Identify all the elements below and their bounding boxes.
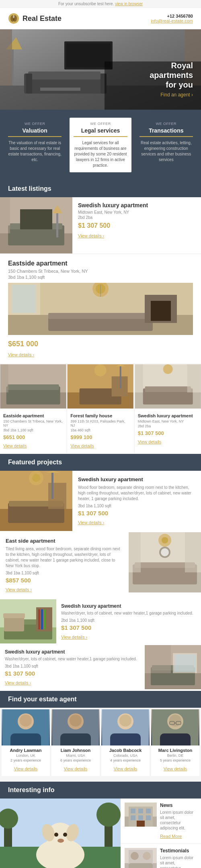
listing-eastside-image [8, 283, 193, 335]
agent-andry-photo [2, 709, 50, 745]
svg-rect-41 [8, 384, 59, 390]
featured-project4-name: Swedish luxury apartment [5, 649, 140, 655]
featured-project4-price: $1 307 500 [5, 670, 140, 677]
svg-rect-23 [20, 209, 52, 229]
agent-marc-experience: 5 years experience [151, 758, 199, 762]
logo-text: Real Estate [23, 14, 62, 23]
svg-rect-130 [138, 809, 143, 813]
featured-project3: Swedish luxury apartment Washer/dryer, l… [0, 599, 201, 644]
svg-point-52 [163, 364, 172, 374]
svg-rect-85 [3, 613, 25, 618]
agent-marc-details[interactable]: View details [164, 766, 187, 771]
svg-rect-72 [129, 532, 141, 572]
listing-eastside-details[interactable]: View details [8, 352, 34, 357]
listing-col-forest: Forest family house 399 11th St #203, Pa… [67, 409, 133, 453]
svg-rect-134 [146, 815, 151, 820]
svg-point-75 [161, 548, 169, 556]
svg-rect-135 [137, 821, 145, 827]
featured-project2-desc: Tiled living area, wood floor bedroom, s… [6, 546, 123, 569]
svg-rect-13 [66, 43, 111, 67]
listing-col-eastside-details[interactable]: View details [3, 443, 27, 448]
agent-andry-details[interactable]: View details [14, 766, 38, 771]
interesting-pet-image [0, 799, 121, 868]
featured-project3-name: Swedish luxury apartment [61, 603, 196, 609]
service-valuation-desc: The valuation of real estate is basic an… [8, 140, 62, 163]
featured-project4: Swedish luxury apartment Washer/dryer, l… [0, 645, 201, 690]
agents-title: Find your estate agent [8, 696, 193, 703]
svg-point-121 [57, 839, 64, 843]
svg-rect-42 [0, 364, 8, 392]
featured-section: Featured projects Swedish luxury apart [0, 454, 201, 690]
featured-project1-details[interactable]: View details [78, 520, 104, 525]
svg-rect-83 [44, 609, 46, 629]
svg-rect-55 [135, 364, 143, 392]
featured-project2-details[interactable]: View details [6, 587, 32, 592]
top-bar: For your unsubscribe test here. view in … [0, 0, 201, 8]
featured-project3-desc: Washer/dryer, lots of cabinet, new water… [61, 611, 196, 616]
agents-header: Find your estate agent [0, 691, 201, 708]
listing-col-swedish2-details[interactable]: View details [138, 439, 162, 444]
listing-col-swedish2-price: $1 307 500 [138, 430, 198, 436]
svg-rect-56 [187, 364, 201, 392]
listing-col-forest-details[interactable]: View details [70, 443, 94, 448]
listing-swedish-details[interactable]: View details [78, 233, 104, 238]
interesting-content: Does allowing pets in your rentals make … [0, 799, 201, 868]
featured-header: Featured projects [0, 454, 201, 471]
interesting-news-content: News Lorem ipsum dolor sit amet, consect… [160, 803, 197, 839]
featured-project2-image [129, 532, 201, 592]
listing-col-swedish2-loc: Midtown East, New York, NY [138, 419, 198, 423]
interesting-testimonials-content: Testimonials Lorem ipsum dolor sit amet,… [160, 848, 197, 868]
svg-rect-14 [12, 49, 14, 86]
svg-point-100 [70, 715, 82, 727]
service-legal: We offer Legal services Legal services f… [70, 118, 131, 172]
svg-point-119 [54, 833, 58, 837]
listing-swedish-price: $1 307 500 [78, 222, 195, 229]
interesting-news-readmore[interactable]: Read More [160, 834, 182, 839]
header-phone: +12 3456780 [151, 14, 193, 18]
featured-project2-name: East side apartment [6, 538, 123, 544]
agent-liam-experience: 6 years experience [51, 758, 100, 762]
svg-rect-33 [48, 313, 153, 319]
find-agent-link[interactable]: Find an agent [150, 92, 193, 98]
interesting-header: Interesting info [0, 782, 201, 799]
listing-col-forest-price: $999 100 [70, 434, 130, 440]
svg-rect-141 [129, 863, 153, 868]
header-email[interactable]: info@real-estate.com [151, 18, 193, 23]
topbar-text: For your unsubscribe test here. [58, 2, 115, 6]
featured-project4-desc: Washer/dryer, lots of cabinet, new water… [5, 656, 140, 662]
agent-jacob-location: Colorado, USA [101, 754, 150, 758]
featured-project3-details[interactable]: View details [61, 635, 87, 639]
listings-header: Latest listings [0, 180, 201, 197]
listing-eastside-beds: 3bd 1ba 1,100 sqft [8, 275, 193, 280]
featured-project3-beds: 2bd 1ba 1,100 sqft [61, 618, 196, 623]
agent-jacob-details[interactable]: View details [114, 766, 137, 771]
interesting-testimonials-image [125, 848, 157, 868]
interesting-testimonials: Testimonials Lorem ipsum dolor sit amet,… [121, 844, 201, 868]
svg-rect-103 [110, 733, 141, 745]
agent-andry-location: London, UK [2, 754, 50, 758]
svg-rect-63 [48, 483, 66, 509]
logo: Real Estate [8, 13, 62, 24]
listings-title: Latest listings [8, 185, 193, 192]
agent-liam-photo [51, 709, 100, 745]
svg-rect-99 [60, 733, 91, 745]
listing-col-eastside-name: Eastside apartment [3, 413, 63, 418]
featured-title: Featured projects [8, 459, 193, 466]
featured-project4-details[interactable]: View details [5, 680, 31, 685]
svg-rect-132 [131, 815, 135, 820]
interesting-title: Interesting info [8, 786, 193, 794]
agent-liam-details[interactable]: View details [64, 766, 88, 771]
three-img-1 [0, 364, 66, 408]
listing-img-svg [0, 197, 72, 253]
agent-andry-experience: 2 years experience [2, 758, 50, 762]
agents-section: Find your estate agent Andry Lawman Lond… [0, 691, 201, 782]
interesting-testimonials-desc: Lorem ipsum dolor sit amet, consectetur … [160, 855, 197, 868]
three-img-2 [67, 364, 133, 408]
listing-col-forest-loc: 399 11th St #203, Palisades Park, NJ [70, 419, 130, 427]
services-section: We offer Valuation The valuation of real… [0, 110, 201, 180]
interesting-section: Interesting info [0, 782, 201, 868]
contact-info: +12 3456780 info@real-estate.com [151, 14, 193, 23]
view-in-browser-link[interactable]: view in browser [115, 2, 143, 6]
service-legal-desc: Legal services for all requirements of b… [74, 140, 127, 168]
listing-eastside-name: Eastside apartment [8, 260, 193, 267]
